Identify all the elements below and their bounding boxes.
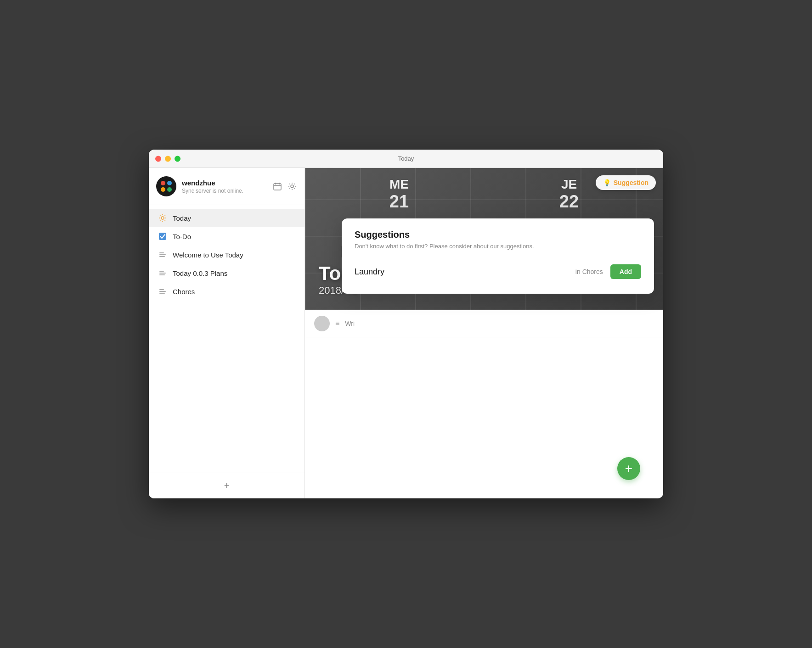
doc-icon-plans: [158, 268, 167, 278]
sidebar-item-plans-label: Today 0.0.3 Plans: [173, 269, 227, 277]
suggestion-task-0: Laundry: [355, 267, 384, 277]
write-section: ≡ Wri: [305, 310, 663, 337]
day-je-num: 22: [559, 192, 579, 212]
nav-items: Today To-Do: [149, 205, 304, 473]
sidebar-item-today-label: Today: [173, 214, 191, 222]
day-me-num: 21: [389, 192, 409, 212]
maximize-button[interactable]: [175, 156, 180, 162]
suggestion-location-0: in Chores: [575, 268, 603, 275]
user-status: Sync server is not online.: [182, 188, 267, 194]
user-name: wendzhue: [182, 179, 267, 187]
user-actions: [272, 181, 297, 191]
user-info: wendzhue Sync server is not online.: [182, 179, 267, 194]
titlebar: Today: [149, 150, 663, 168]
avatar-dot-red: [161, 181, 165, 185]
user-section: wendzhue Sync server is not online.: [149, 168, 304, 205]
sidebar-item-todo-label: To-Do: [173, 233, 191, 240]
day-je: JE 22: [559, 177, 579, 212]
day-me: ME 21: [389, 177, 409, 212]
traffic-lights: [155, 156, 180, 162]
sidebar-item-chores[interactable]: Chores: [149, 282, 304, 301]
sidebar-item-chores-label: Chores: [173, 288, 195, 296]
suggestion-label: Suggestion: [614, 179, 648, 186]
sidebar-item-today[interactable]: Today: [149, 209, 304, 227]
avatar-dots: [161, 181, 172, 192]
sidebar-item-welcome-label: Welcome to Use Today: [173, 251, 243, 259]
avatar: [156, 176, 176, 196]
sidebar-item-plans[interactable]: Today 0.0.3 Plans: [149, 264, 304, 282]
add-list-button[interactable]: +: [224, 480, 230, 491]
close-button[interactable]: [155, 156, 161, 162]
fab-icon: +: [625, 461, 632, 476]
sidebar-footer: +: [149, 473, 304, 498]
svg-point-5: [161, 217, 164, 219]
calendar-button[interactable]: [272, 181, 282, 191]
popup-title: Suggestions: [355, 229, 641, 240]
popup-subtitle: Don't know what to do first? Please cons…: [355, 243, 641, 250]
svg-rect-0: [274, 184, 281, 190]
sidebar-item-welcome[interactable]: Welcome to Use Today: [149, 246, 304, 264]
avatar-dot-blue: [167, 181, 172, 185]
day-je-label: JE: [559, 177, 579, 192]
fab-button[interactable]: +: [617, 457, 640, 480]
checkbox-icon: [158, 232, 167, 241]
gear-icon: [158, 213, 167, 223]
add-button-0[interactable]: Add: [610, 264, 641, 279]
suggestion-item-0: Laundry in Chores Add: [355, 261, 641, 283]
window-title: Today: [398, 155, 414, 162]
right-panel: ME 21 JE 22: [305, 168, 663, 498]
suggestions-popup: Suggestions Don't know what to do first?…: [342, 218, 654, 294]
sidebar: wendzhue Sync server is not online.: [149, 168, 305, 498]
avatar-dot-yellow: [161, 187, 165, 192]
minimize-button[interactable]: [165, 156, 171, 162]
doc-icon-chores: [158, 287, 167, 296]
svg-point-4: [291, 185, 293, 188]
write-avatar: [314, 316, 330, 331]
app-window: Today wendzhue Sync server is not online…: [149, 150, 663, 498]
day-me-label: ME: [389, 177, 409, 192]
sidebar-item-todo[interactable]: To-Do: [149, 227, 304, 246]
write-doc-icon: ≡: [335, 319, 339, 328]
suggestion-button[interactable]: 💡 Suggestion: [596, 175, 656, 190]
main-content: wendzhue Sync server is not online.: [149, 168, 663, 498]
settings-button[interactable]: [287, 181, 297, 191]
suggestion-icon: 💡: [603, 179, 611, 186]
write-placeholder: Wri: [345, 320, 355, 327]
doc-icon-welcome: [158, 250, 167, 259]
avatar-dot-green: [167, 187, 172, 192]
